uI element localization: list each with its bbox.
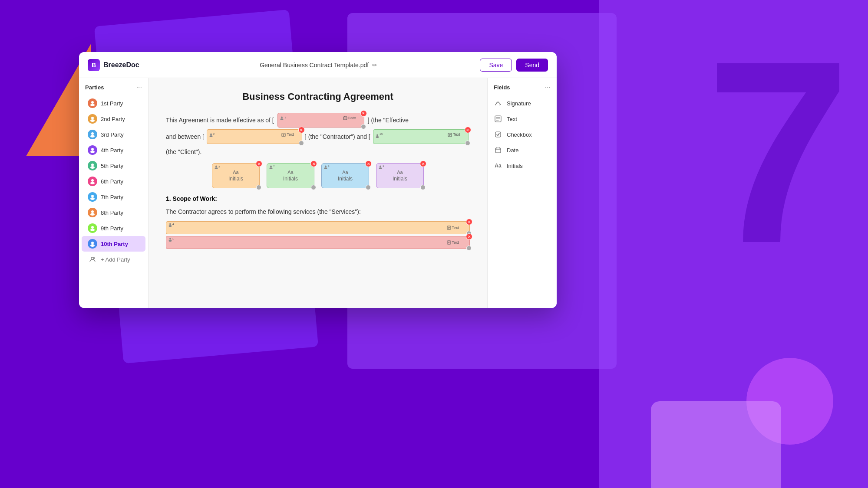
para2-pre: and between [ — [166, 131, 204, 143]
text-field-party2[interactable]: ² Text ✕ — [207, 129, 302, 144]
party10-label: 10th Party — [101, 241, 128, 247]
svg-point-0 — [91, 101, 94, 104]
para2-mid: ] (the "Contractor") and [ — [305, 131, 370, 143]
svg-point-32 — [270, 166, 272, 167]
date-field-resize[interactable] — [361, 124, 366, 129]
text-label: Text — [507, 116, 517, 122]
svg-point-10 — [91, 179, 94, 182]
svg-rect-45 — [495, 132, 501, 137]
party2-label: 2nd Party — [101, 116, 125, 122]
fields-more-button[interactable]: ··· — [545, 83, 551, 91]
svg-point-3 — [90, 119, 95, 122]
field-item-text[interactable]: Text — [488, 111, 557, 127]
field-item-initials[interactable]: Aa Initials — [488, 158, 557, 174]
svg-point-22 — [280, 118, 283, 120]
text2-field-resize[interactable] — [299, 141, 304, 146]
text2-field-close[interactable]: ✕ — [298, 127, 305, 133]
initials-field-party8[interactable]: ⁸ ✕ Aa Initials — [321, 163, 369, 188]
sidebar-item-party10[interactable]: 10th Party — [82, 236, 145, 252]
svg-point-18 — [91, 242, 94, 244]
bg-number: 7 — [706, 22, 851, 282]
sidebar-item-party2[interactable]: 2nd Party — [82, 111, 145, 127]
party8-label: 8th Party — [101, 210, 123, 216]
fields-panel: Fields ··· Signature Text Checkbox — [487, 78, 557, 308]
svg-point-2 — [91, 117, 94, 119]
scope-text: The Contractor agrees to perform the fol… — [166, 206, 470, 218]
text-field-party4[interactable]: ⁴ Text ✕ — [166, 221, 470, 234]
add-party-label: + Add Party — [101, 256, 130, 263]
field-item-checkbox[interactable]: Checkbox — [488, 127, 557, 142]
svg-point-11 — [90, 182, 95, 184]
svg-point-27 — [376, 134, 378, 136]
sidebar-item-party9[interactable]: 9th Party — [82, 220, 145, 236]
text-field-party1b[interactable]: ¹ Text ✕ — [166, 236, 470, 249]
initials3-close[interactable]: ✕ — [256, 160, 262, 167]
sidebar-more-button[interactable]: ··· — [136, 83, 142, 91]
initials8-resize[interactable] — [366, 185, 371, 190]
text1b-close[interactable]: ✕ — [466, 233, 472, 240]
sidebar-item-party4[interactable]: 4th Party — [82, 142, 145, 158]
svg-point-15 — [90, 213, 95, 216]
signature-label: Signature — [507, 100, 531, 107]
initials-field-party9[interactable]: ⁹ ✕ Aa Initials — [376, 163, 424, 188]
svg-point-28 — [376, 136, 379, 138]
field-item-signature[interactable]: Signature — [488, 95, 557, 111]
initials8-close[interactable]: ✕ — [365, 160, 372, 167]
party3-label: 3rd Party — [101, 131, 124, 138]
edit-icon[interactable]: ✏ — [372, 62, 377, 69]
party9-label: 9th Party — [101, 225, 123, 232]
fields-header: Fields ··· — [488, 83, 557, 95]
svg-point-21 — [281, 117, 283, 118]
initials-icon: Aa — [494, 161, 502, 170]
app-window: B BreezeDoc General Business Contract Te… — [79, 52, 557, 308]
party1-label: 1st Party — [101, 100, 123, 107]
svg-point-12 — [91, 195, 94, 197]
initials9-resize[interactable] — [420, 185, 426, 190]
text-field-party10[interactable]: 10 Text ✕ — [373, 129, 469, 144]
date-field-party1[interactable]: ² Date ✕ — [277, 113, 364, 128]
initials9-close[interactable]: ✕ — [420, 160, 426, 167]
initials-field-party3[interactable]: ³ ✕ Aa Initials — [212, 163, 260, 188]
svg-rect-46 — [495, 148, 501, 153]
fields-title: Fields — [494, 84, 510, 91]
sidebar-item-party7[interactable]: 7th Party — [82, 189, 145, 205]
initials3-resize[interactable] — [256, 185, 261, 190]
text4-close[interactable]: ✕ — [466, 219, 472, 225]
app-content: Parties ··· 1st Party 2nd Party 3rd Pa — [79, 78, 557, 308]
send-button[interactable]: Send — [516, 59, 548, 72]
document-area[interactable]: Business Contracting Agreement This Agre… — [149, 78, 487, 308]
save-button[interactable]: Save — [480, 59, 512, 72]
text1b-resize[interactable] — [466, 246, 472, 251]
logo-icon: B — [88, 59, 100, 71]
initials3-label: Initials — [228, 176, 243, 182]
sidebar-item-party8[interactable]: 8th Party — [82, 205, 145, 220]
svg-point-13 — [90, 197, 95, 200]
initials-field-party7[interactable]: ⁷ ✕ Aa Initials — [267, 163, 314, 188]
initials7-close[interactable]: ✕ — [310, 160, 317, 167]
initials7-resize[interactable] — [311, 185, 316, 190]
date-field-close[interactable]: ✕ — [360, 110, 367, 117]
svg-rect-29 — [448, 133, 452, 137]
sidebar-header: Parties ··· — [79, 83, 148, 95]
sidebar-item-party5[interactable]: 5th Party — [82, 158, 145, 174]
sidebar-item-party3[interactable]: 3rd Party — [82, 127, 145, 142]
party7-avatar — [88, 192, 97, 202]
party8-avatar — [88, 208, 97, 217]
party5-label: 5th Party — [101, 163, 123, 169]
initials7-label: Initials — [283, 176, 298, 182]
field-item-date[interactable]: Date — [488, 142, 557, 158]
svg-point-41 — [169, 238, 171, 240]
checkbox-icon — [494, 130, 502, 139]
svg-point-24 — [210, 133, 212, 135]
svg-point-39 — [169, 225, 172, 227]
svg-point-19 — [90, 244, 95, 247]
sidebar-item-party1[interactable]: 1st Party — [82, 95, 145, 111]
svg-rect-26 — [282, 133, 285, 137]
party2-avatar — [88, 114, 97, 124]
svg-point-42 — [169, 240, 172, 242]
add-party-button[interactable]: + Add Party — [82, 252, 145, 267]
text10-field-resize[interactable] — [465, 141, 470, 146]
text10-field-close[interactable]: ✕ — [465, 127, 471, 133]
header-actions: Save Send — [480, 59, 548, 72]
sidebar-item-party6[interactable]: 6th Party — [82, 174, 145, 189]
